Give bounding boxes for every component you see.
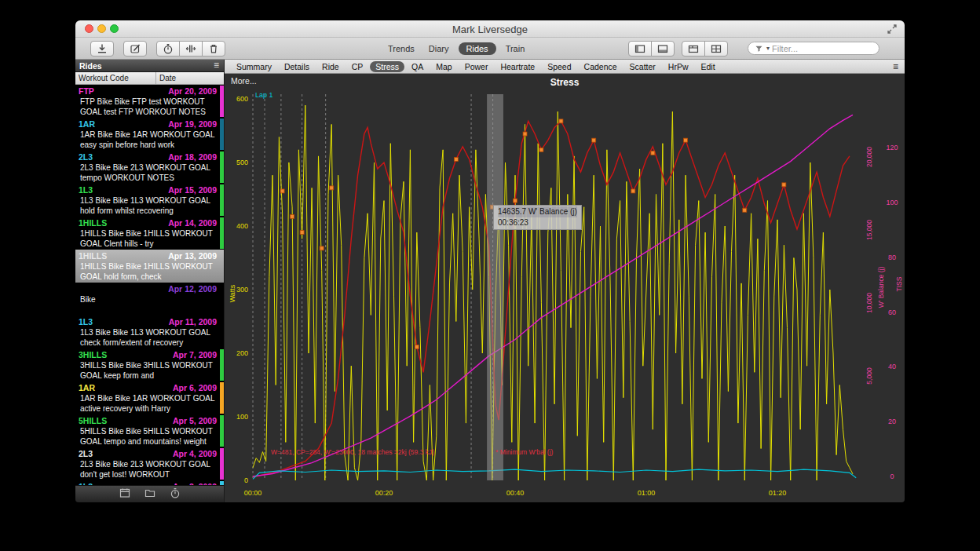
ride-color-bar xyxy=(220,119,224,150)
ride-description: 1AR Bike Bike 1AR WORKOUT GOAL easy spin… xyxy=(79,129,217,150)
view-tab-trends[interactable]: Trends xyxy=(383,42,419,55)
list-item[interactable]: 1ARApr 6, 20091AR Bike Bike 1AR WORKOUT … xyxy=(75,381,224,414)
ride-date: Apr 15, 2009 xyxy=(168,185,217,195)
rides-list: FTPApr 20, 2009FTP Bike Bike FTP test WO… xyxy=(75,85,224,485)
tab-hrpw[interactable]: HrPw xyxy=(663,61,694,72)
workouts-button[interactable] xyxy=(169,487,181,502)
tab-ride[interactable]: Ride xyxy=(316,61,345,72)
ride-description: 1L3 Bike Bike 1L3 WORKOUT GOAL check for… xyxy=(79,327,217,348)
timer-button[interactable] xyxy=(156,41,180,57)
list-item[interactable]: 1HILLSApr 14, 20091HILLS Bike Bike 1HILL… xyxy=(75,217,224,250)
svg-text:5,000: 5,000 xyxy=(865,367,873,385)
toolbar-buttons xyxy=(90,41,225,57)
tab-speed[interactable]: Speed xyxy=(542,61,576,72)
series-power xyxy=(253,105,853,480)
window-title: Mark Liversedge xyxy=(75,24,905,35)
ride-color-bar xyxy=(220,86,224,117)
chart-menu-icon[interactable]: ≡ xyxy=(893,61,898,72)
sidebar-column-headers: Workout Code Date xyxy=(75,72,224,85)
rides-sidebar: Rides ≡ Workout Code Date FTPApr 20, 200… xyxy=(75,60,225,502)
sidebar-left-icon xyxy=(634,42,646,55)
lowbar-icon xyxy=(656,42,669,55)
match-marker xyxy=(415,345,419,348)
folder-button[interactable] xyxy=(144,487,156,502)
tab-scatter[interactable]: Scatter xyxy=(624,61,661,72)
toggle-lowbar-button[interactable] xyxy=(651,41,675,57)
list-item[interactable]: 1L3Apr 11, 20091L3 Bike Bike 1L3 WORKOUT… xyxy=(75,316,224,348)
ride-color-bar xyxy=(220,217,224,249)
list-item[interactable]: 3HILLSApr 7, 20093HILLS Bike Bike 3HILLS… xyxy=(75,348,224,381)
ride-description: 1HILLS Bike Bike 1HILLS WORKOUT GOAL hol… xyxy=(79,261,217,282)
tab-heartrate[interactable]: Heartrate xyxy=(495,61,540,72)
tab-map[interactable]: Map xyxy=(430,61,457,72)
sidebar-toggle-group xyxy=(628,41,675,57)
delete-button[interactable] xyxy=(202,41,225,57)
intervals-button[interactable] xyxy=(179,41,203,57)
ride-date: Apr 5, 2009 xyxy=(173,416,217,425)
svg-text:200: 200 xyxy=(236,349,248,357)
tab-edit[interactable]: Edit xyxy=(696,61,721,72)
list-item[interactable]: 1L3Apr 15, 20091L3 Bike Bike 1L3 WORKOUT… xyxy=(75,184,224,217)
list-item[interactable]: 5HILLSApr 5, 20095HILLS Bike Bike 5HILLS… xyxy=(75,414,224,447)
list-item[interactable]: 1HILLSApr 13, 20091HILLS Bike Bike 1HILL… xyxy=(75,250,224,283)
view-tab-rides[interactable]: Rides xyxy=(459,42,496,55)
funnel-icon xyxy=(754,43,764,53)
ride-color-bar xyxy=(220,448,224,480)
ride-code: 2L3 xyxy=(79,449,93,458)
ride-date: Apr 11, 2009 xyxy=(169,317,217,327)
fullscreen-button[interactable] xyxy=(886,23,898,38)
tab-details[interactable]: Details xyxy=(279,61,315,72)
match-marker xyxy=(514,199,517,203)
download-button[interactable] xyxy=(90,41,114,57)
intervals-icon xyxy=(185,42,197,55)
list-item[interactable]: 2L3Apr 4, 20092L3 Bike Bike 2L3 WORKOUT … xyxy=(75,447,224,480)
title-bar[interactable]: Mark Liversedge xyxy=(75,20,905,38)
list-item[interactable]: 1ARApr 19, 20091AR Bike Bike 1AR WORKOUT… xyxy=(75,118,224,151)
match-marker xyxy=(300,231,304,235)
tab-summary[interactable]: Summary xyxy=(231,61,277,72)
min-wbal-annotation: * Minimum W'bal (j) xyxy=(495,448,553,456)
sidebar-menu-icon[interactable]: ≡ xyxy=(214,60,219,71)
tab-cadence[interactable]: Cadence xyxy=(579,61,623,72)
list-item[interactable]: FTPApr 20, 2009FTP Bike Bike FTP test WO… xyxy=(75,85,224,118)
svg-text:100: 100 xyxy=(236,413,248,421)
tab-cp[interactable]: CP xyxy=(346,61,369,72)
y-axis-wbal: 5,00010,00015,00020,000W' Balance (j) xyxy=(865,147,885,385)
list-item[interactable]: Apr 12, 2009Bike xyxy=(75,283,224,316)
ride-date: Apr 12, 2009 xyxy=(168,284,217,294)
toggle-sidebar-button[interactable] xyxy=(628,41,652,57)
tabbed-view-button[interactable] xyxy=(682,41,705,57)
svg-text:500: 500 xyxy=(236,159,248,166)
calendar-button[interactable] xyxy=(119,487,131,502)
ride-date: Apr 7, 2009 xyxy=(173,350,217,359)
svg-text:400: 400 xyxy=(236,222,248,230)
ride-description: 2L3 Bike Bike 2L3 WORKOUT GOAL don't get… xyxy=(79,458,217,480)
list-item[interactable]: 2L3Apr 18, 20092L3 Bike Bike 2L3 WORKOUT… xyxy=(75,151,224,184)
ride-code: 2L3 xyxy=(79,152,93,162)
column-header-date[interactable]: Date xyxy=(156,72,176,84)
filter-placeholder: Filter... xyxy=(772,44,798,53)
ride-color-bar xyxy=(220,184,224,216)
view-tab-diary[interactable]: Diary xyxy=(424,42,454,55)
view-tab-train[interactable]: Train xyxy=(501,42,530,55)
column-header-workout-code[interactable]: Workout Code xyxy=(75,72,156,84)
stress-chart[interactable]: 0100200300400500600Watts00:0000:2000:400… xyxy=(225,74,905,502)
filter-input[interactable]: ▾ Filter... xyxy=(748,42,879,55)
tiled-view-button[interactable] xyxy=(704,41,728,57)
svg-text:120: 120 xyxy=(886,144,898,151)
ride-description: 1HILLS Bike Bike 1HILLS WORKOUT GOAL Cle… xyxy=(79,228,217,249)
svg-text:0: 0 xyxy=(244,476,248,484)
manual-entry-button[interactable] xyxy=(123,41,147,57)
tab-qa[interactable]: QA xyxy=(406,61,429,72)
chart-tooltip: 14635.7 W' Balance (j) 00:36:23 xyxy=(493,205,582,230)
svg-text:15,000: 15,000 xyxy=(865,220,873,240)
ride-date: Apr 14, 2009 xyxy=(168,218,217,228)
svg-text:600: 600 xyxy=(236,95,248,103)
match-marker xyxy=(291,214,294,218)
match-marker xyxy=(592,138,596,142)
svg-text:W' Balance (j): W' Balance (j) xyxy=(877,267,885,308)
chart-annotation: W=481, CP=284, W'=23000, 18 matches >2kj… xyxy=(271,448,434,456)
tab-power[interactable]: Power xyxy=(459,61,494,72)
sidebar-bottom-bar xyxy=(75,485,224,502)
tab-stress[interactable]: Stress xyxy=(370,61,404,72)
